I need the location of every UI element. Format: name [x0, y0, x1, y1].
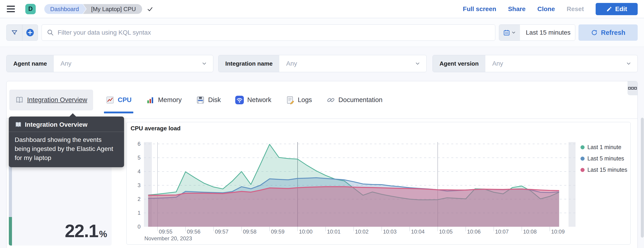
- breadcrumb-dashboard[interactable]: Dashboard: [44, 4, 86, 14]
- chevron-down-icon: [201, 55, 207, 72]
- space-avatar[interactable]: D: [25, 4, 36, 14]
- bar-chart-icon: [146, 96, 154, 104]
- svg-text:November 20, 2023: November 20, 2023: [144, 235, 192, 241]
- wifi-icon: [235, 96, 244, 104]
- tab-logs[interactable]: Logs: [284, 90, 314, 110]
- svg-text:10:03: 10:03: [383, 228, 396, 235]
- svg-text:10:08: 10:08: [523, 228, 537, 235]
- link-icon: [326, 96, 335, 104]
- refresh-button[interactable]: Refresh: [578, 25, 638, 41]
- memo-icon: [286, 96, 294, 104]
- legend-dot: [580, 168, 584, 172]
- metric-value: 22.1 %: [65, 221, 107, 241]
- tab-integration-overview[interactable]: Integration Overview: [9, 90, 93, 110]
- tab-network[interactable]: Network: [234, 90, 273, 110]
- reset-button: Reset: [567, 6, 584, 13]
- svg-text:10:02: 10:02: [355, 228, 368, 235]
- clone-button[interactable]: Clone: [537, 6, 555, 13]
- share-button[interactable]: Share: [508, 6, 526, 13]
- svg-text:2: 2: [138, 196, 140, 202]
- header-actions: Full screen Share Clone Reset Edit: [463, 3, 638, 15]
- book-icon: [15, 121, 22, 128]
- book-icon: [15, 96, 24, 104]
- legend-dot: [580, 157, 584, 161]
- agent-name-dropdown[interactable]: Agent name Any: [6, 55, 213, 72]
- svg-text:09:59: 09:59: [271, 228, 284, 235]
- legend-dot: [580, 145, 584, 149]
- svg-text:10:06: 10:06: [467, 228, 481, 235]
- full-screen-button[interactable]: Full screen: [463, 6, 496, 13]
- svg-text:1: 1: [138, 210, 140, 216]
- svg-text:10:01: 10:01: [327, 228, 340, 235]
- svg-text:6: 6: [138, 141, 140, 147]
- svg-text:10:07: 10:07: [495, 228, 509, 235]
- cpu-load-area-chart[interactable]: 012345609:5509:5609:5709:5809:5910:0010:…: [126, 122, 631, 245]
- filter-funnel-icon[interactable]: [6, 25, 22, 41]
- svg-text:09:55: 09:55: [159, 228, 172, 235]
- tooltip-description: Dashboard showing the events being inges…: [9, 132, 124, 167]
- chevron-down-icon: [511, 30, 516, 35]
- filter-button-group: [6, 25, 38, 41]
- breadcrumb-current[interactable]: [My Laptop] CPU: [83, 4, 142, 14]
- kql-search-input[interactable]: [58, 29, 495, 36]
- svg-text:09:56: 09:56: [187, 228, 200, 235]
- breadcrumb: Dashboard [My Laptop] CPU: [44, 4, 153, 14]
- search-icon: [47, 29, 54, 36]
- kql-search-bar: [42, 25, 495, 41]
- svg-text:3: 3: [138, 182, 140, 188]
- tab-memory[interactable]: Memory: [144, 90, 184, 110]
- check-icon: [147, 6, 153, 12]
- svg-text:09:57: 09:57: [215, 228, 228, 235]
- add-filter-button[interactable]: [22, 25, 38, 41]
- edit-button[interactable]: Edit: [596, 3, 638, 15]
- svg-text:10:05: 10:05: [439, 228, 452, 235]
- chevron-down-icon: [415, 55, 420, 72]
- legend-item-last-15-minutes[interactable]: Last 15 minutes: [580, 166, 628, 173]
- refresh-icon: [591, 29, 598, 36]
- menu-icon[interactable]: [7, 4, 17, 14]
- tab-tooltip: Integration Overview Dashboard showing t…: [9, 117, 124, 167]
- svg-text:10:09: 10:09: [551, 228, 565, 235]
- cpu-average-load-panel: CPU average load 012345609:5509:5609:570…: [126, 122, 631, 244]
- calendar-icon: [503, 29, 510, 36]
- time-range-picker[interactable]: Last 15 minutes: [499, 25, 575, 41]
- svg-text:0: 0: [138, 223, 140, 230]
- svg-text:10:04: 10:04: [411, 228, 424, 235]
- integration-name-dropdown[interactable]: Integration name Any: [218, 55, 426, 72]
- dashboard-controls-row: Agent name Any Integration name Any Agen…: [0, 47, 644, 81]
- svg-text:5: 5: [138, 155, 140, 161]
- svg-text:09:58: 09:58: [243, 228, 256, 235]
- page-scrollbar[interactable]: [641, 118, 644, 237]
- svg-text:10:00: 10:00: [299, 228, 312, 235]
- markdown-nav-tabs: Integration Overview CPU Memory Disk Net…: [6, 81, 638, 119]
- dashboard-container: Integration Overview CPU Memory Disk Net…: [6, 81, 638, 248]
- top-header: D Dashboard [My Laptop] CPU Full screen …: [0, 0, 644, 18]
- agent-version-dropdown[interactable]: Agent version Any: [432, 55, 638, 72]
- calendar-dropdown[interactable]: [499, 25, 520, 41]
- tab-documentation[interactable]: Documentation: [325, 90, 384, 110]
- panel-options-button[interactable]: [628, 81, 638, 95]
- legend-item-last-1-minute[interactable]: Last 1 minute: [580, 144, 628, 150]
- floppy-disk-icon: [196, 96, 205, 104]
- tab-cpu[interactable]: CPU: [104, 90, 133, 110]
- time-range-value[interactable]: Last 15 minutes: [520, 25, 575, 41]
- tooltip-title: Integration Overview: [9, 117, 124, 132]
- tab-disk[interactable]: Disk: [194, 90, 222, 110]
- pencil-icon: [606, 6, 612, 12]
- svg-text:4: 4: [138, 168, 140, 174]
- line-chart-icon: [106, 96, 114, 104]
- chart-legend: Last 1 minute Last 5 minutes Last 15 min…: [580, 144, 628, 173]
- legend-item-last-5-minutes[interactable]: Last 5 minutes: [580, 155, 628, 162]
- query-toolbar: Last 15 minutes Refresh: [0, 18, 644, 47]
- chevron-down-icon: [626, 55, 632, 72]
